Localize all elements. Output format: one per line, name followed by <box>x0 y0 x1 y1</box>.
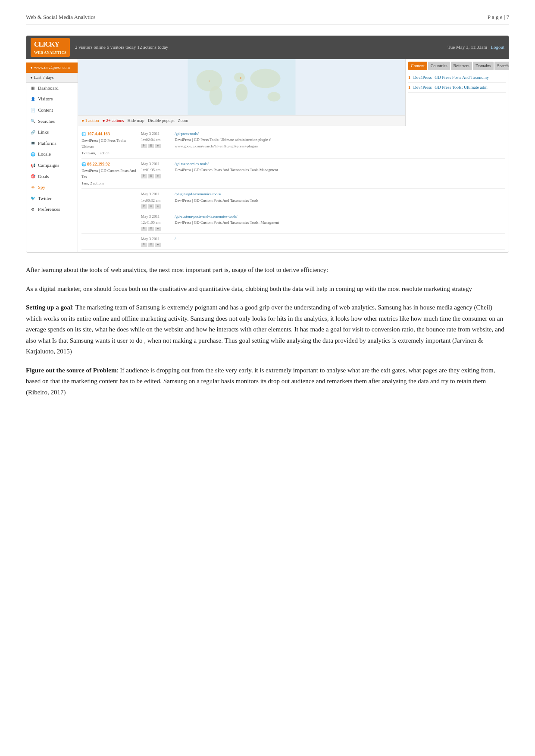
paragraph-1: After learning about the tools of web an… <box>26 265 509 276</box>
spy-url-5[interactable]: / <box>175 237 176 241</box>
clicky-logo: CLICKYWEB ANALYTICS <box>31 38 70 57</box>
preferences-icon: ⚙ <box>30 207 36 212</box>
spy-ref-1[interactable]: www.google.com/search?hl=en&q=gd+press+p… <box>175 144 258 148</box>
sidebar-label-platforms: Platforms <box>38 140 56 147</box>
browser-icon: ● <box>155 144 161 148</box>
spy-meta-4: May 3 2011 12:41:05 am 🏳 ⊞ ● <box>141 213 171 231</box>
spy-ip-2: 86.22.199.92 <box>81 161 138 168</box>
sidebar-item-visitors[interactable]: 👤 Visitors <box>26 94 78 105</box>
browser-icon-5: ● <box>155 243 161 247</box>
spy-entry-2: 86.22.199.92 Dev4Press | GD Custom Posts… <box>81 159 505 189</box>
rpi-link-2[interactable]: Dev4Press | GD Press Tools: Ultimate adm <box>413 85 488 90</box>
spy-url-1[interactable]: /gd-press-tools/ <box>175 131 199 136</box>
sidebar-site[interactable]: www.dev4press.com <box>26 62 78 73</box>
clicky-main: www.dev4press.com Last 7 days ▦ Dashboar… <box>26 59 509 252</box>
spy-meta-5: May 3 2011 🏳 ⊞ ● <box>141 236 171 247</box>
spy-url-2[interactable]: /gd-taxonomies-tools/ <box>175 162 209 166</box>
paragraph-4: Figure out the source of Problem: If aud… <box>26 365 509 398</box>
sidebar-label-dashboard: Dashboard <box>38 84 59 92</box>
clicky-topbar-right: Tue May 3, 11:03am Logout <box>448 44 505 51</box>
screenshot-container: CLICKYWEB ANALYTICS 2 visitors online 6 … <box>26 35 509 253</box>
rpt-searches[interactable]: Searches <box>494 62 509 70</box>
sidebar-item-content[interactable]: 📄 Content <box>26 105 78 116</box>
map-control-hidemap[interactable]: Hide map <box>128 117 144 124</box>
paragraph-3-bold: Setting up a goal <box>26 304 72 311</box>
map-right-row: ● 1 action ● 2+ actions Hide map Disable… <box>78 59 509 126</box>
clicky-stats: 2 visitors online 6 visitors today 12 ac… <box>75 44 168 51</box>
sidebar-label-visitors: Visitors <box>38 95 53 103</box>
rpt-countries[interactable]: Countries <box>428 62 450 70</box>
links-icon: 🔗 <box>30 130 36 134</box>
sidebar-item-preferences[interactable]: ⚙ Preferences <box>26 204 78 215</box>
sidebar-label-locale: Locale <box>38 150 51 158</box>
os-icon-5: ⊞ <box>148 243 154 247</box>
sidebar-item-spy[interactable]: 👁 Spy <box>26 182 78 193</box>
rpt-domains[interactable]: Domains <box>473 62 494 70</box>
visitors-icon: 👤 <box>30 97 36 101</box>
sidebar-label-spy: Spy <box>38 184 45 191</box>
sidebar-item-goals[interactable]: 🎯 Goals <box>26 171 78 182</box>
sidebar-item-searches[interactable]: 🔍 Searches <box>26 116 78 127</box>
spy-right-2: /gd-taxonomies-tools/ Dev4Press | GD Cus… <box>175 161 505 186</box>
page-header: Web & Social Media Analytics P a g e | 7 <box>26 13 509 25</box>
sidebar-period[interactable]: Last 7 days <box>26 73 78 83</box>
logout-link[interactable]: Logout <box>491 44 504 50</box>
locale-icon: 🌐 <box>30 152 36 156</box>
spy-url-4[interactable]: /gd-custom-posts-and-taxonomies-tools/ <box>175 214 237 219</box>
page-number: P a g e | 7 <box>488 13 509 22</box>
paragraph-2: As a digital marketer, one should focus … <box>26 284 509 295</box>
map-column: ● 1 action ● 2+ actions Hide map Disable… <box>78 59 405 126</box>
os-icon-3: ⊞ <box>148 204 154 209</box>
spy-desc-1: Dev4Press | GD Press Tools: Ultimac1v:02… <box>81 137 138 156</box>
rpt-referrers[interactable]: Referrers <box>451 62 472 70</box>
flag-icon-2: 🏳 <box>141 174 147 178</box>
os-icon-2: ⊞ <box>148 174 154 178</box>
sidebar-label-links: Links <box>38 128 49 136</box>
browser-icon-2: ● <box>155 174 161 178</box>
paragraph-4-bold: Figure out the source of Problem <box>26 367 116 374</box>
map-controls: ● 1 action ● 2+ actions Hide map Disable… <box>78 115 405 126</box>
sidebar-item-twitter[interactable]: 🐦 Twitter <box>26 193 78 204</box>
svg-point-5 <box>250 69 281 88</box>
map-control-zoom[interactable]: Zoom <box>178 117 188 124</box>
flag-icon-4: 🏳 <box>141 227 147 231</box>
rpt-content[interactable]: Content <box>408 62 427 70</box>
spy-right-1: /gd-press-tools/ Dev4Press | GD Press To… <box>175 131 505 156</box>
spy-entry-left-4 <box>81 213 138 231</box>
sidebar-label-campaigns: Campaigns <box>38 162 59 169</box>
browser-icon-3: ● <box>155 204 161 209</box>
svg-point-8 <box>209 80 210 81</box>
flag-icon: 🏳 <box>141 144 147 148</box>
sidebar-label-preferences: Preferences <box>38 206 60 213</box>
sidebar-item-links[interactable]: 🔗 Links <box>26 127 78 138</box>
svg-point-4 <box>236 84 248 101</box>
goals-icon: 🎯 <box>30 174 36 178</box>
sidebar-item-campaigns[interactable]: 📢 Campaigns <box>26 160 78 171</box>
sidebar-label-searches: Searches <box>38 118 55 125</box>
sidebar-item-dashboard[interactable]: ▦ Dashboard <box>26 83 78 94</box>
map-control-disablepopups[interactable]: Disable popups <box>148 117 175 124</box>
spy-entry-4: May 3 2011 12:41:05 am 🏳 ⊞ ● /gd-custom-… <box>81 211 505 234</box>
spy-entry-left-3 <box>81 191 138 209</box>
flag-icon-5: 🏳 <box>141 243 147 247</box>
spy-entry-1: 107.4.44.163 Dev4Press | GD Press Tools:… <box>81 128 505 159</box>
spy-url-3[interactable]: /plugins/gd-taxonomies-tools/ <box>175 192 221 196</box>
map-control-1action[interactable]: ● 1 action <box>81 117 99 124</box>
spy-right-4: /gd-custom-posts-and-taxonomies-tools/ D… <box>175 213 505 231</box>
sidebar-label-goals: Goals <box>38 173 49 181</box>
sidebar-item-locale[interactable]: 🌐 Locale <box>26 149 78 160</box>
right-panel-tabs: Content Countries Referrers Domains Sear… <box>408 62 506 70</box>
os-icon: ⊞ <box>148 144 154 148</box>
sidebar-item-platforms[interactable]: 💻 Platforms <box>26 138 78 149</box>
spy-meta-2: May 3 2011 1v:01:35 am 🏳 ⊞ ● <box>141 161 171 186</box>
map-svg <box>78 59 405 115</box>
clicky-topbar: CLICKYWEB ANALYTICS 2 visitors online 6 … <box>26 36 509 59</box>
right-panel-item-1: 1 Dev4Press | GD Press Posts And Taxonom… <box>408 73 506 83</box>
campaigns-icon: 📢 <box>30 163 36 168</box>
spy-entry-left-5 <box>81 236 138 247</box>
spy-entry-left-2: 86.22.199.92 Dev4Press | GD Custom Posts… <box>81 161 138 186</box>
map-control-2actions[interactable]: ● 2+ actions <box>102 117 124 124</box>
spy-entry-5: May 3 2011 🏳 ⊞ ● / <box>81 234 505 250</box>
rpi-link-1[interactable]: Dev4Press | GD Press Posts And Taxonomy <box>413 75 489 80</box>
page-title: Web & Social Media Analytics <box>26 13 95 22</box>
